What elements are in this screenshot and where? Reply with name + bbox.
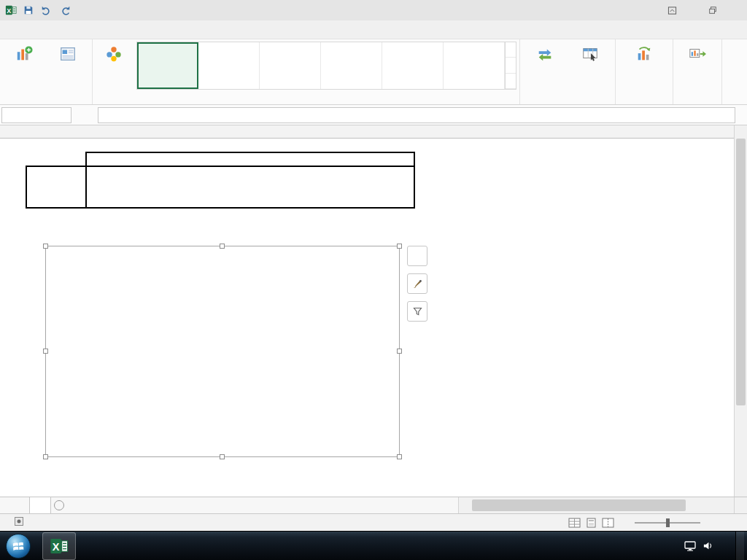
- sheet-tab-bar: [0, 497, 747, 513]
- minimize-button[interactable]: [683, 3, 702, 18]
- quick-access-toolbar: X: [4, 4, 74, 17]
- chart-resize-handle[interactable]: [43, 244, 48, 249]
- ribbon-group-type: [616, 39, 673, 104]
- quick-layout-button[interactable]: [47, 42, 89, 90]
- select-data-button[interactable]: [568, 42, 612, 90]
- volume-tray-icon[interactable]: [703, 540, 713, 551]
- ribbon-tab-strip: [0, 20, 747, 39]
- svg-text:X: X: [53, 540, 60, 552]
- page-break-view-icon[interactable]: [602, 518, 614, 528]
- windows-taskbar: X: [0, 531, 747, 560]
- taskbar-excel-button[interactable]: X: [42, 532, 76, 560]
- vertical-scrollbar[interactable]: [734, 125, 747, 497]
- sheet-nav-right-icon[interactable]: [15, 497, 29, 513]
- chart-style-thumbnail-2[interactable]: [198, 42, 260, 89]
- move-chart-icon: [689, 44, 706, 64]
- chart-resize-handle[interactable]: [220, 244, 225, 249]
- chart-style-thumbnail-3[interactable]: [260, 42, 321, 89]
- category-range-outline: [85, 152, 415, 167]
- select-data-icon: [581, 44, 599, 64]
- vertical-scroll-thumb[interactable]: [736, 139, 746, 405]
- plus-icon: [54, 500, 64, 510]
- change-colors-button[interactable]: [96, 42, 132, 90]
- change-colors-icon: [105, 44, 123, 64]
- start-button[interactable]: [6, 534, 31, 559]
- macro-record-icon[interactable]: [15, 517, 23, 528]
- page-layout-view-icon[interactable]: [585, 518, 597, 528]
- switch-row-column-button[interactable]: [523, 42, 567, 90]
- help-button[interactable]: [642, 3, 661, 18]
- chart-resize-handle[interactable]: [43, 454, 48, 459]
- chart-filters-button[interactable]: [407, 301, 427, 322]
- gallery-more-icon[interactable]: [506, 74, 516, 89]
- sheet-tab-sheet1[interactable]: [29, 497, 51, 513]
- windows-flag-icon: [12, 540, 25, 553]
- chart-side-buttons: [407, 246, 427, 322]
- cells-area: [0, 139, 734, 497]
- chart-resize-handle[interactable]: [220, 454, 225, 459]
- chart-style-thumbnail-4[interactable]: [321, 42, 382, 89]
- change-chart-type-icon: [635, 44, 653, 64]
- undo-icon[interactable]: [39, 4, 53, 17]
- brush-icon: [411, 278, 423, 289]
- zoom-control: [630, 522, 705, 524]
- change-chart-type-button[interactable]: [619, 42, 670, 90]
- chart-resize-handle[interactable]: [397, 349, 402, 354]
- normal-view-icon[interactable]: [568, 518, 581, 528]
- chart-style-thumbnail-5[interactable]: [382, 42, 444, 89]
- ribbon-display-options-button[interactable]: [662, 3, 681, 18]
- chart-elements-button[interactable]: [407, 246, 427, 266]
- column-headers: [0, 125, 734, 139]
- chart-resize-handle[interactable]: [43, 349, 48, 354]
- add-chart-element-button[interactable]: [3, 42, 45, 90]
- chart-style-gallery: [136, 42, 516, 90]
- formula-input[interactable]: [98, 107, 735, 123]
- gallery-scroll-down-icon[interactable]: [506, 58, 516, 73]
- svg-text:X: X: [7, 7, 11, 15]
- close-button[interactable]: [724, 3, 743, 18]
- scroll-down-icon[interactable]: [735, 485, 747, 497]
- restore-button[interactable]: [703, 3, 722, 18]
- embedded-chart[interactable]: [45, 246, 400, 457]
- chart-styles-button[interactable]: [407, 273, 427, 294]
- excel-app-icon[interactable]: X: [4, 4, 18, 17]
- name-box[interactable]: [1, 107, 71, 123]
- funnel-icon: [412, 306, 423, 317]
- gallery-scroll-up-icon[interactable]: [506, 42, 516, 58]
- zoom-slider-thumb[interactable]: [666, 518, 670, 527]
- scrollbar-corner: [734, 497, 747, 513]
- chart-resize-handle[interactable]: [397, 244, 402, 249]
- redo-icon[interactable]: [59, 4, 72, 17]
- ribbon-group-chart-styles: [93, 39, 520, 104]
- new-sheet-button[interactable]: [51, 497, 67, 513]
- ribbon-group-location: [673, 39, 722, 104]
- ribbon: [0, 39, 747, 105]
- ribbon-group-chart-layouts: [0, 39, 93, 104]
- move-chart-button[interactable]: [676, 42, 719, 90]
- chart-style-thumbnail-6[interactable]: [444, 42, 505, 89]
- excel-window: X: [0, 0, 747, 560]
- scroll-up-icon[interactable]: [735, 125, 747, 137]
- status-bar: [0, 513, 747, 531]
- title-bar: X: [0, 0, 747, 20]
- add-chart-element-icon: [15, 44, 33, 64]
- worksheet-area: [0, 125, 747, 513]
- system-tray: [678, 532, 747, 560]
- excel-taskbar-icon: X: [50, 537, 69, 556]
- display-tray-icon[interactable]: [684, 540, 696, 552]
- sheet-nav-left-icon[interactable]: [0, 497, 15, 513]
- collapse-ribbon-icon[interactable]: [728, 92, 741, 102]
- ribbon-group-data: [520, 39, 616, 104]
- zoom-slider[interactable]: [635, 522, 700, 524]
- chart-resize-handle[interactable]: [397, 454, 402, 459]
- chart-style-thumbnail-1[interactable]: [137, 42, 198, 89]
- save-icon[interactable]: [22, 4, 35, 17]
- horizontal-scrollbar[interactable]: [458, 497, 734, 513]
- switch-row-column-icon: [536, 44, 554, 64]
- horizontal-scroll-thumb[interactable]: [472, 499, 686, 511]
- values-range-outline: [85, 166, 415, 209]
- show-desktop-button[interactable]: [735, 532, 744, 560]
- chart-canvas: [46, 246, 399, 456]
- formula-bar: [0, 105, 747, 125]
- table-title-cell[interactable]: [86, 139, 360, 152]
